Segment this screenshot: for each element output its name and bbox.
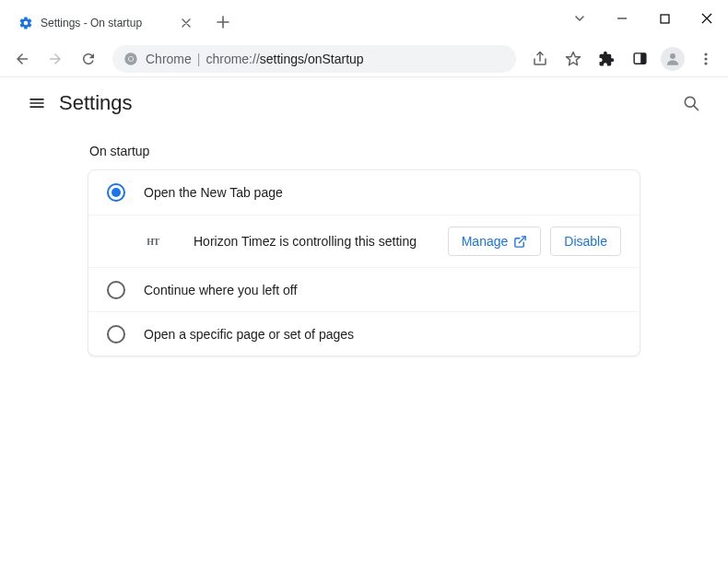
extensions-icon[interactable] [592,44,621,74]
tab-title: Settings - On startup [41,17,171,29]
url-scheme-label: Chrome [146,52,192,66]
close-tab-icon[interactable] [179,16,194,30]
kebab-menu-icon[interactable] [691,44,721,74]
svg-point-7 [704,52,707,55]
option-continue[interactable]: Continue where you left off [88,267,640,311]
option-label: Continue where you left off [144,283,621,297]
chrome-icon [123,52,138,66]
disable-button[interactable]: Disable [550,227,621,256]
url-separator: | [197,52,201,66]
svg-point-8 [704,57,707,60]
reload-button[interactable] [74,44,103,74]
sidepanel-icon[interactable] [625,44,654,74]
hamburger-menu-icon[interactable] [18,85,55,122]
forward-button[interactable] [41,44,70,74]
titlebar: Settings - On startup [0,0,728,41]
close-window-button[interactable] [686,4,728,33]
extension-message: Horizon Timez is controlling this settin… [194,234,429,249]
avatar-icon [661,47,685,71]
manage-label: Manage [462,234,509,249]
browser-tab[interactable]: Settings - On startup [9,7,203,39]
address-bar[interactable]: Chrome | chrome://settings/onStartup [112,45,516,73]
section-title: On startup [88,144,640,158]
omnibox-text: Chrome | chrome://settings/onStartup [146,52,364,66]
url-path: settings/onStartup [260,52,364,66]
extension-icon: HT [144,232,162,250]
gear-icon [18,16,33,30]
svg-point-10 [685,97,695,107]
settings-header: Settings [0,77,728,129]
window-controls [558,0,728,37]
back-button[interactable] [7,44,37,74]
minimize-button[interactable] [601,4,643,33]
bookmark-icon[interactable] [558,44,588,74]
browser-toolbar: Chrome | chrome://settings/onStartup [0,41,728,77]
startup-card: Open the New Tab page HT Horizon Timez i… [88,169,640,356]
settings-body: On startup Open the New Tab page HT Hori… [0,129,728,371]
option-label: Open the New Tab page [144,185,621,200]
settings-page: Settings On startup Open the New Tab pag… [0,77,728,570]
external-link-icon [513,235,527,249]
radio-continue[interactable] [107,281,125,299]
extension-notice: HT Horizon Timez is controlling this set… [88,215,640,267]
option-new-tab[interactable]: Open the New Tab page [88,170,640,215]
radio-specific[interactable] [107,325,125,343]
option-label: Open a specific page or set of pages [144,327,621,342]
option-specific[interactable]: Open a specific page or set of pages [88,311,640,355]
maximize-button[interactable] [643,4,686,33]
url-host: chrome:// [205,52,259,66]
radio-new-tab[interactable] [107,183,125,202]
chevron-down-icon[interactable] [558,4,601,33]
svg-point-3 [129,56,133,60]
extension-actions: Manage Disable [448,227,621,256]
svg-rect-0 [661,15,669,23]
manage-button[interactable]: Manage [448,227,542,256]
svg-point-9 [704,62,707,64]
svg-point-6 [670,53,675,59]
new-tab-button[interactable] [210,9,236,35]
share-icon[interactable] [525,44,555,74]
profile-button[interactable] [658,44,687,74]
svg-rect-5 [640,53,646,64]
disable-label: Disable [564,234,607,249]
page-title: Settings [59,91,133,115]
search-icon[interactable] [673,85,710,122]
